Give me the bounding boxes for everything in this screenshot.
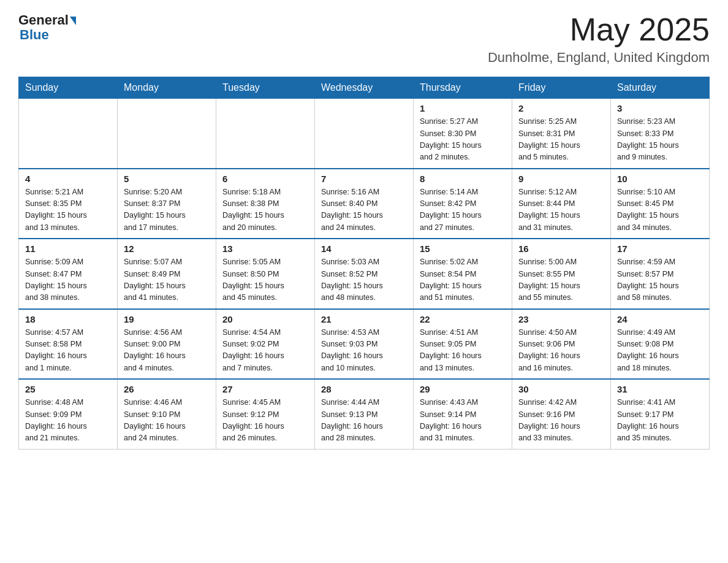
calendar-cell-w1d4 bbox=[315, 99, 414, 169]
day-info-15: Sunrise: 5:02 AM Sunset: 8:54 PM Dayligh… bbox=[420, 256, 506, 304]
day-number-18: 18 bbox=[25, 314, 111, 324]
day-info-13: Sunrise: 5:05 AM Sunset: 8:50 PM Dayligh… bbox=[222, 256, 308, 304]
day-number-22: 22 bbox=[420, 314, 506, 324]
day-number-13: 13 bbox=[222, 243, 308, 254]
day-info-14: Sunrise: 5:03 AM Sunset: 8:52 PM Dayligh… bbox=[321, 256, 407, 304]
day-info-3: Sunrise: 5:23 AM Sunset: 8:33 PM Dayligh… bbox=[617, 116, 703, 164]
calendar-cell-w2d3: 6Sunrise: 5:18 AM Sunset: 8:38 PM Daylig… bbox=[216, 169, 315, 239]
calendar-header-row: Sunday Monday Tuesday Wednesday Thursday… bbox=[19, 77, 710, 99]
calendar-cell-w5d1: 25Sunrise: 4:48 AM Sunset: 9:09 PM Dayli… bbox=[19, 379, 118, 449]
col-header-tuesday: Tuesday bbox=[216, 77, 315, 99]
day-number-6: 6 bbox=[222, 174, 308, 184]
day-number-29: 29 bbox=[420, 384, 506, 394]
calendar-cell-w3d1: 11Sunrise: 5:09 AM Sunset: 8:47 PM Dayli… bbox=[19, 239, 118, 309]
calendar-cell-w1d7: 3Sunrise: 5:23 AM Sunset: 8:33 PM Daylig… bbox=[611, 99, 710, 169]
calendar-cell-w1d1 bbox=[19, 99, 118, 169]
calendar-cell-w4d5: 22Sunrise: 4:51 AM Sunset: 9:05 PM Dayli… bbox=[414, 309, 512, 380]
day-number-12: 12 bbox=[124, 243, 210, 254]
day-info-6: Sunrise: 5:18 AM Sunset: 8:38 PM Dayligh… bbox=[222, 186, 308, 234]
day-info-31: Sunrise: 4:41 AM Sunset: 9:17 PM Dayligh… bbox=[617, 397, 703, 445]
calendar-cell-w5d7: 31Sunrise: 4:41 AM Sunset: 9:17 PM Dayli… bbox=[611, 379, 710, 449]
month-title: May 2025 bbox=[488, 12, 710, 47]
logo-arrow-icon bbox=[70, 17, 76, 25]
calendar-cell-w1d5: 1Sunrise: 5:27 AM Sunset: 8:30 PM Daylig… bbox=[414, 99, 512, 169]
page-header: General Blue May 2025 Dunholme, England,… bbox=[18, 12, 710, 66]
day-number-31: 31 bbox=[617, 384, 703, 394]
calendar-week-1: 1Sunrise: 5:27 AM Sunset: 8:30 PM Daylig… bbox=[19, 99, 710, 169]
day-info-11: Sunrise: 5:09 AM Sunset: 8:47 PM Dayligh… bbox=[25, 256, 111, 304]
day-number-4: 4 bbox=[25, 174, 111, 184]
day-info-5: Sunrise: 5:20 AM Sunset: 8:37 PM Dayligh… bbox=[124, 186, 210, 234]
calendar-cell-w5d3: 27Sunrise: 4:45 AM Sunset: 9:12 PM Dayli… bbox=[216, 379, 315, 449]
logo-blue-text: Blue bbox=[20, 27, 49, 43]
location: Dunholme, England, United Kingdom bbox=[488, 50, 710, 66]
day-number-30: 30 bbox=[518, 384, 604, 394]
day-number-3: 3 bbox=[617, 103, 703, 113]
day-info-20: Sunrise: 4:54 AM Sunset: 9:02 PM Dayligh… bbox=[222, 327, 308, 375]
day-number-19: 19 bbox=[124, 314, 210, 324]
col-header-wednesday: Wednesday bbox=[315, 77, 414, 99]
day-info-7: Sunrise: 5:16 AM Sunset: 8:40 PM Dayligh… bbox=[321, 186, 407, 234]
calendar-cell-w4d7: 24Sunrise: 4:49 AM Sunset: 9:08 PM Dayli… bbox=[611, 309, 710, 380]
day-info-23: Sunrise: 4:50 AM Sunset: 9:06 PM Dayligh… bbox=[518, 327, 604, 375]
day-info-12: Sunrise: 5:07 AM Sunset: 8:49 PM Dayligh… bbox=[124, 256, 210, 304]
calendar-cell-w4d4: 21Sunrise: 4:53 AM Sunset: 9:03 PM Dayli… bbox=[315, 309, 414, 380]
calendar-table: Sunday Monday Tuesday Wednesday Thursday… bbox=[18, 77, 710, 450]
day-info-25: Sunrise: 4:48 AM Sunset: 9:09 PM Dayligh… bbox=[25, 397, 111, 445]
day-number-11: 11 bbox=[25, 243, 111, 254]
calendar-cell-w1d3 bbox=[216, 99, 315, 169]
calendar-cell-w4d6: 23Sunrise: 4:50 AM Sunset: 9:06 PM Dayli… bbox=[512, 309, 611, 380]
calendar-cell-w3d2: 12Sunrise: 5:07 AM Sunset: 8:49 PM Dayli… bbox=[118, 239, 216, 309]
calendar-cell-w2d7: 10Sunrise: 5:10 AM Sunset: 8:45 PM Dayli… bbox=[611, 169, 710, 239]
day-number-21: 21 bbox=[321, 314, 407, 324]
day-number-20: 20 bbox=[222, 314, 308, 324]
calendar-cell-w2d5: 8Sunrise: 5:14 AM Sunset: 8:42 PM Daylig… bbox=[414, 169, 512, 239]
calendar-cell-w5d5: 29Sunrise: 4:43 AM Sunset: 9:14 PM Dayli… bbox=[414, 379, 512, 449]
day-number-9: 9 bbox=[518, 174, 604, 184]
day-info-18: Sunrise: 4:57 AM Sunset: 8:58 PM Dayligh… bbox=[25, 327, 111, 375]
calendar-cell-w1d2 bbox=[118, 99, 216, 169]
day-number-1: 1 bbox=[420, 103, 506, 113]
day-number-10: 10 bbox=[617, 174, 703, 184]
calendar-cell-w3d3: 13Sunrise: 5:05 AM Sunset: 8:50 PM Dayli… bbox=[216, 239, 315, 309]
day-info-29: Sunrise: 4:43 AM Sunset: 9:14 PM Dayligh… bbox=[420, 397, 506, 445]
day-info-24: Sunrise: 4:49 AM Sunset: 9:08 PM Dayligh… bbox=[617, 327, 703, 375]
day-info-4: Sunrise: 5:21 AM Sunset: 8:35 PM Dayligh… bbox=[25, 186, 111, 234]
col-header-thursday: Thursday bbox=[414, 77, 512, 99]
calendar-cell-w3d7: 17Sunrise: 4:59 AM Sunset: 8:57 PM Dayli… bbox=[611, 239, 710, 309]
title-section: May 2025 Dunholme, England, United Kingd… bbox=[488, 12, 710, 66]
calendar-week-2: 4Sunrise: 5:21 AM Sunset: 8:35 PM Daylig… bbox=[19, 169, 710, 239]
day-number-8: 8 bbox=[420, 174, 506, 184]
day-info-27: Sunrise: 4:45 AM Sunset: 9:12 PM Dayligh… bbox=[222, 397, 308, 445]
day-info-16: Sunrise: 5:00 AM Sunset: 8:55 PM Dayligh… bbox=[518, 256, 604, 304]
day-info-30: Sunrise: 4:42 AM Sunset: 9:16 PM Dayligh… bbox=[518, 397, 604, 445]
calendar-cell-w4d2: 19Sunrise: 4:56 AM Sunset: 9:00 PM Dayli… bbox=[118, 309, 216, 380]
day-number-2: 2 bbox=[518, 103, 604, 113]
day-info-9: Sunrise: 5:12 AM Sunset: 8:44 PM Dayligh… bbox=[518, 186, 604, 234]
calendar-week-3: 11Sunrise: 5:09 AM Sunset: 8:47 PM Dayli… bbox=[19, 239, 710, 309]
day-number-5: 5 bbox=[124, 174, 210, 184]
calendar-cell-w2d1: 4Sunrise: 5:21 AM Sunset: 8:35 PM Daylig… bbox=[19, 169, 118, 239]
day-number-26: 26 bbox=[124, 384, 210, 394]
day-number-24: 24 bbox=[617, 314, 703, 324]
logo-general-text: General bbox=[18, 12, 69, 28]
day-number-28: 28 bbox=[321, 384, 407, 394]
logo: General Blue bbox=[18, 12, 76, 43]
col-header-monday: Monday bbox=[118, 77, 216, 99]
day-number-25: 25 bbox=[25, 384, 111, 394]
calendar-cell-w2d6: 9Sunrise: 5:12 AM Sunset: 8:44 PM Daylig… bbox=[512, 169, 611, 239]
col-header-sunday: Sunday bbox=[19, 77, 118, 99]
calendar-cell-w5d2: 26Sunrise: 4:46 AM Sunset: 9:10 PM Dayli… bbox=[118, 379, 216, 449]
calendar-cell-w1d6: 2Sunrise: 5:25 AM Sunset: 8:31 PM Daylig… bbox=[512, 99, 611, 169]
calendar-cell-w2d4: 7Sunrise: 5:16 AM Sunset: 8:40 PM Daylig… bbox=[315, 169, 414, 239]
calendar-cell-w4d1: 18Sunrise: 4:57 AM Sunset: 8:58 PM Dayli… bbox=[19, 309, 118, 380]
day-info-28: Sunrise: 4:44 AM Sunset: 9:13 PM Dayligh… bbox=[321, 397, 407, 445]
day-number-14: 14 bbox=[321, 243, 407, 254]
day-info-1: Sunrise: 5:27 AM Sunset: 8:30 PM Dayligh… bbox=[420, 116, 506, 164]
calendar-week-5: 25Sunrise: 4:48 AM Sunset: 9:09 PM Dayli… bbox=[19, 379, 710, 449]
day-info-19: Sunrise: 4:56 AM Sunset: 9:00 PM Dayligh… bbox=[124, 327, 210, 375]
col-header-friday: Friday bbox=[512, 77, 611, 99]
day-number-16: 16 bbox=[518, 243, 604, 254]
day-info-26: Sunrise: 4:46 AM Sunset: 9:10 PM Dayligh… bbox=[124, 397, 210, 445]
day-info-8: Sunrise: 5:14 AM Sunset: 8:42 PM Dayligh… bbox=[420, 186, 506, 234]
